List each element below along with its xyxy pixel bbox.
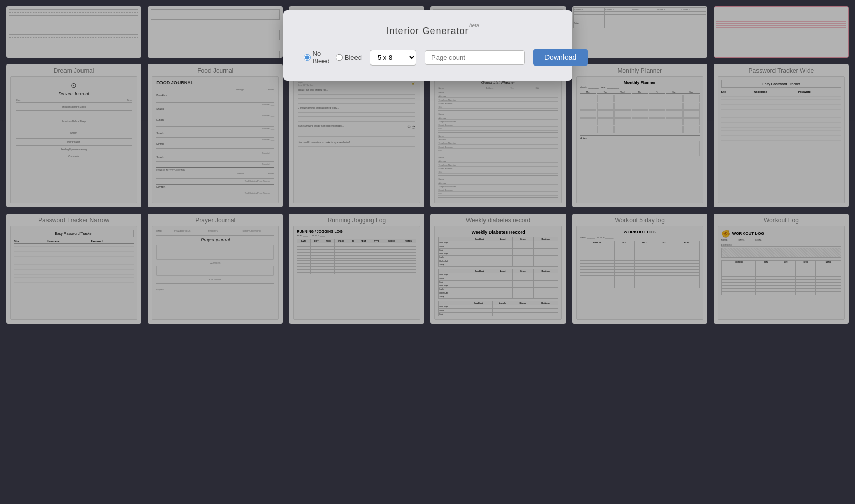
bleed-label: Bleed	[345, 54, 362, 61]
no-bleed-label: No Bleed	[313, 50, 330, 65]
modal-beta-label: beta	[469, 23, 479, 28]
modal-controls: No Bleed Bleed 5 x 8 6 x 9 8.5 x 11 Down…	[304, 49, 552, 66]
page-count-input[interactable]	[425, 50, 525, 65]
modal-title-row: Interior Generator beta	[304, 26, 552, 37]
bleed-radio[interactable]	[336, 54, 343, 61]
no-bleed-radio-label[interactable]: No Bleed	[304, 50, 330, 65]
no-bleed-radio[interactable]	[304, 54, 311, 61]
modal-title: Interior Generator	[386, 26, 469, 36]
download-button[interactable]: Download	[533, 49, 588, 66]
interior-generator-modal: Interior Generator beta No Bleed Bleed 5…	[283, 10, 572, 81]
size-select[interactable]: 5 x 8 6 x 9 8.5 x 11	[370, 50, 416, 66]
modal-overlay: Interior Generator beta No Bleed Bleed 5…	[0, 0, 855, 504]
bleed-radio-label[interactable]: Bleed	[336, 54, 362, 61]
bleed-radio-group: No Bleed Bleed	[304, 50, 362, 65]
